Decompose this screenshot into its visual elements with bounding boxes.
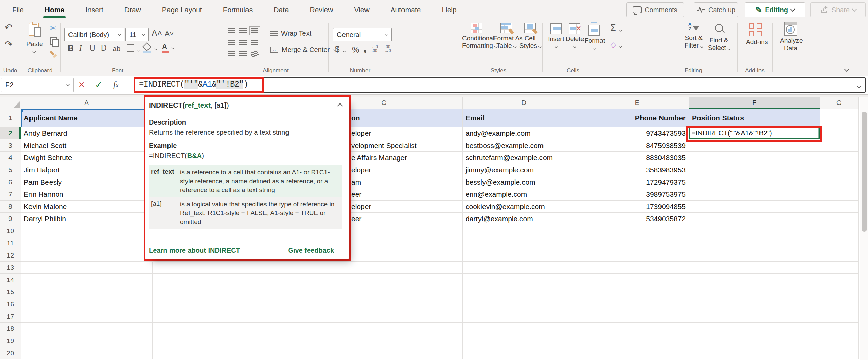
tab-data[interactable]: Data <box>272 0 291 19</box>
cell-G19[interactable] <box>820 335 859 347</box>
cell-B13[interactable] <box>153 262 305 274</box>
decrease-font-size-button[interactable]: A˅ <box>165 30 174 38</box>
tab-view[interactable]: View <box>352 0 371 19</box>
row-header-19[interactable]: 19 <box>0 335 21 347</box>
cell-F4[interactable] <box>689 152 820 164</box>
row-header-20[interactable]: 20 <box>0 347 21 359</box>
cell-F1[interactable]: Position Status <box>689 109 820 127</box>
increase-indent-icon[interactable] <box>239 51 247 56</box>
row-header-6[interactable]: 6 <box>0 176 21 188</box>
tab-automate[interactable]: Automate <box>389 0 423 19</box>
row-header-11[interactable]: 11 <box>0 237 21 249</box>
cell-D3[interactable]: bestboss@example.com <box>463 139 585 152</box>
font-color-button[interactable]: A <box>162 42 174 51</box>
cell-C16[interactable] <box>305 298 463 310</box>
cell-E13[interactable] <box>585 262 689 274</box>
row-header-10[interactable]: 10 <box>0 225 21 237</box>
italic-button[interactable]: I <box>79 44 82 53</box>
paste-button[interactable]: Paste <box>26 23 41 54</box>
cell-E4[interactable]: 8830483035 <box>585 152 689 164</box>
cell-F18[interactable] <box>689 323 820 335</box>
increase-font-size-button[interactable]: A˄ <box>152 28 162 38</box>
redo-button[interactable]: ↷ <box>5 39 13 50</box>
cell-B20[interactable] <box>153 347 305 359</box>
insert-cells-button[interactable]: ← Insert <box>547 23 565 49</box>
tab-insert[interactable]: Insert <box>83 0 105 19</box>
row-header-15[interactable]: 15 <box>0 286 21 298</box>
cell-C17[interactable] <box>305 310 463 323</box>
share-button[interactable]: Share <box>810 2 866 17</box>
cell-C20[interactable] <box>305 347 463 359</box>
conditional-formatting-button[interactable]: Conditional Formatting <box>462 23 491 50</box>
cell-D1[interactable]: Email <box>463 109 585 127</box>
cell-A17[interactable] <box>21 310 153 323</box>
cell-G8[interactable] <box>820 201 859 213</box>
align-left-icon[interactable] <box>228 40 235 45</box>
cell-F2[interactable]: =INDIRECT("'"&A1&"'!B2") <box>689 127 820 139</box>
name-box[interactable]: F2 <box>1 78 74 92</box>
cell-G12[interactable] <box>820 249 859 262</box>
cell-A11[interactable] <box>21 237 153 249</box>
cell-G2[interactable] <box>820 127 859 139</box>
font-name-select[interactable]: Calibri (Body) <box>64 28 124 41</box>
tab-home[interactable]: Home <box>43 0 66 19</box>
percent-format-button[interactable]: % <box>352 45 359 55</box>
row-header-13[interactable]: 13 <box>0 262 21 274</box>
ribbon-collapse-button[interactable] <box>845 66 848 72</box>
cell-D13[interactable] <box>463 262 585 274</box>
cell-E2[interactable]: 9743473593 <box>585 127 689 139</box>
cell-E20[interactable] <box>585 347 689 359</box>
cell-C18[interactable] <box>305 323 463 335</box>
enter-button[interactable]: ✓ <box>95 79 103 90</box>
align-right-icon[interactable] <box>251 40 258 45</box>
cell-B14[interactable] <box>153 274 305 286</box>
align-middle-icon[interactable] <box>239 28 247 33</box>
row-header-1[interactable]: 1 <box>0 109 21 127</box>
cell-G6[interactable] <box>820 176 859 188</box>
cell-E11[interactable] <box>585 237 689 249</box>
currency-format-button[interactable]: $ <box>335 44 346 54</box>
tab-formulas[interactable]: Formulas <box>221 0 255 19</box>
cancel-button[interactable]: × <box>79 79 85 90</box>
tab-review[interactable]: Review <box>308 0 335 19</box>
cell-A19[interactable] <box>21 335 153 347</box>
cell-E16[interactable] <box>585 298 689 310</box>
cell-B17[interactable] <box>153 310 305 323</box>
format-cells-button[interactable]: Format <box>585 23 604 51</box>
cell-E1[interactable]: Phone Number <box>585 109 689 127</box>
cell-D4[interactable]: schrutefarm@example.com <box>463 152 585 164</box>
cell-A14[interactable] <box>21 274 153 286</box>
cell-D17[interactable] <box>463 310 585 323</box>
find-select-button[interactable]: Find & Select <box>708 22 730 52</box>
cell-F16[interactable] <box>689 298 820 310</box>
cell-A18[interactable] <box>21 323 153 335</box>
bold-button[interactable]: B <box>68 44 74 53</box>
cell-G1[interactable] <box>820 109 859 127</box>
cell-G20[interactable] <box>820 347 859 359</box>
cell-A4[interactable]: Dwight Schrute <box>21 152 153 164</box>
cell-F9[interactable] <box>689 213 820 225</box>
vertical-scrollbar[interactable] <box>860 97 868 360</box>
cell-F20[interactable] <box>689 347 820 359</box>
cell-D9[interactable]: darryl@example.com <box>463 213 585 225</box>
column-header-D[interactable]: D <box>463 97 585 109</box>
undo-button[interactable]: ↶ <box>5 22 13 33</box>
cell-D8[interactable]: cookievin@example.com <box>463 201 585 213</box>
cell-A12[interactable] <box>21 249 153 262</box>
column-header-A[interactable]: A <box>21 97 153 109</box>
align-top-icon[interactable] <box>228 28 235 33</box>
cell-styles-button[interactable]: Cell Styles <box>519 23 540 50</box>
cell-D20[interactable] <box>463 347 585 359</box>
row-header-18[interactable]: 18 <box>0 323 21 335</box>
cell-A3[interactable]: Michael Scott <box>21 139 153 152</box>
learn-more-link[interactable]: Learn more about INDIRECT <box>149 247 240 254</box>
cell-B15[interactable] <box>153 286 305 298</box>
cell-E12[interactable] <box>585 249 689 262</box>
select-all-button[interactable] <box>0 97 21 109</box>
cell-A1[interactable]: Applicant Name <box>21 109 153 127</box>
cell-A2[interactable]: Andy Bernard <box>21 127 153 139</box>
editing-mode-button[interactable]: ✎ Editing <box>745 2 805 17</box>
underline-button[interactable]: U <box>90 44 95 53</box>
align-bottom-icon[interactable] <box>251 28 258 33</box>
cell-D11[interactable] <box>463 237 585 249</box>
